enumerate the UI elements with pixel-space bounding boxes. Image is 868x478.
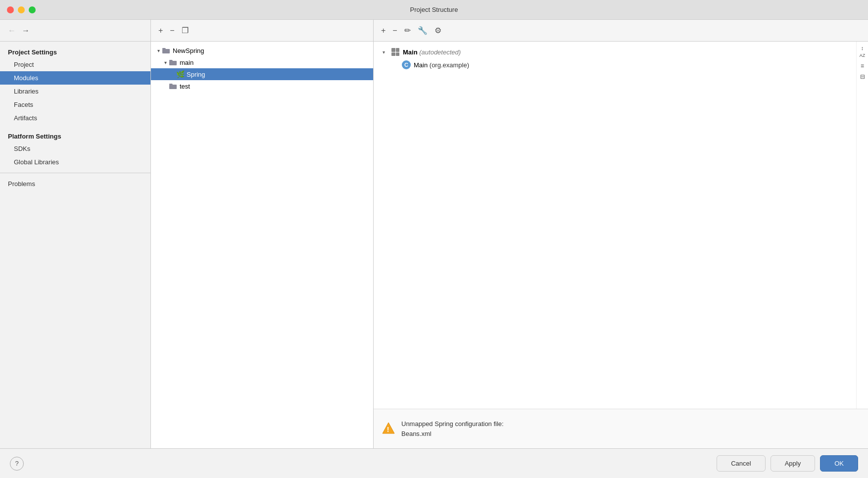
sidebar-item-libraries[interactable]: Libraries (0, 85, 150, 98)
tree-arrow (393, 62, 400, 68)
middle-toolbar: + − ❐ (151, 20, 373, 42)
apply-button[interactable]: Apply (771, 455, 816, 472)
minimize-button[interactable] (18, 6, 25, 13)
wrench-button[interactable]: 🔧 (415, 24, 430, 37)
sidebar-item-artifacts[interactable]: Artifacts (0, 111, 150, 125)
sidebar-items: Project Settings Project Modules Librari… (0, 42, 150, 448)
tree-item-newspring[interactable]: ▾ NewSpring (151, 45, 373, 56)
edit-source-button[interactable]: ✏ (402, 24, 413, 37)
cog-button[interactable]: ⚙ (432, 24, 444, 37)
scroll-center-icon: ≡ (861, 62, 864, 69)
window-controls (7, 6, 36, 13)
tree-arrow: ▾ (162, 59, 169, 66)
cancel-button[interactable]: Cancel (717, 455, 765, 472)
sort-az-button[interactable]: ↕AZ (859, 44, 867, 59)
cog-icon: ⚙ (434, 26, 441, 35)
add-source-button[interactable]: + (379, 24, 388, 37)
project-settings-header: Project Settings (0, 46, 150, 58)
add-icon: + (158, 26, 163, 35)
middle-panel: + − ❐ ▾ NewSpring (151, 20, 374, 448)
svg-rect-2 (169, 85, 177, 89)
sidebar-item-modules[interactable]: Modules (0, 71, 150, 85)
tree-item-main[interactable]: ▾ main (151, 56, 373, 68)
source-tree-item-main-package[interactable]: C Main (org.example) (380, 58, 862, 71)
maximize-button[interactable] (29, 6, 36, 13)
tree-item-spring[interactable]: 🌿 Spring (151, 68, 373, 80)
right-panel: + − ✏ 🔧 ⚙ ▾ (374, 20, 868, 448)
sidebar-item-label: SDKs (14, 145, 30, 152)
forward-icon: → (22, 26, 30, 35)
add-module-button[interactable]: + (156, 24, 165, 37)
tree-item-label: test (180, 83, 190, 90)
tree-item-label: main (180, 59, 193, 66)
tree-arrow (169, 71, 176, 78)
sidebar-item-label: Global Libraries (14, 158, 59, 166)
remove-icon: − (392, 26, 397, 35)
tree-item-label: Spring (187, 71, 205, 78)
right-scroll-controls: ↕AZ ≡ ⊟ (856, 42, 868, 409)
sort-az-icon: ↕AZ (860, 45, 866, 58)
warning-bar: ! Unmapped Spring configuration file: Be… (374, 409, 868, 448)
sidebar-nav: ← → (0, 20, 150, 42)
folder-icon (169, 82, 178, 91)
tree-arrow: ▾ (383, 49, 389, 55)
ok-button[interactable]: OK (820, 455, 858, 472)
sidebar-item-project[interactable]: Project (0, 58, 150, 71)
bottom-bar: ? Cancel Apply OK (0, 448, 868, 478)
copy-icon: ❐ (182, 26, 189, 35)
folder-icon (162, 46, 171, 55)
sidebar-item-label: Modules (14, 74, 38, 82)
svg-text:!: ! (387, 426, 389, 433)
source-item-label: Main (414, 61, 428, 69)
close-button[interactable] (7, 6, 14, 13)
scroll-end-icon: ⊟ (860, 73, 865, 80)
platform-settings-header: Platform Settings (0, 130, 150, 142)
folder-icon (169, 58, 178, 67)
sidebar: ← → Project Settings Project Modules Lib… (0, 20, 151, 448)
tree-arrow: ▾ (155, 47, 162, 54)
source-item-package: (org.example) (430, 61, 469, 69)
right-toolbar: + − ✏ 🔧 ⚙ (374, 20, 868, 42)
warning-line2: Beans.xml (401, 429, 504, 439)
help-button[interactable]: ? (10, 457, 24, 471)
titlebar: Project Structure (0, 0, 868, 20)
sidebar-item-label: Artifacts (14, 114, 37, 122)
main-content: ← → Project Settings Project Modules Lib… (0, 20, 868, 448)
warning-line1: Unmapped Spring configuration file: (401, 419, 504, 429)
apply-label: Apply (785, 460, 801, 467)
source-tree-item-main-root[interactable]: ▾ Main (autodetected) (380, 46, 862, 58)
cancel-label: Cancel (731, 460, 751, 467)
tree-item-label: NewSpring (173, 47, 204, 54)
sidebar-item-global-libraries[interactable]: Global Libraries (0, 155, 150, 169)
action-buttons: Cancel Apply OK (717, 455, 858, 472)
source-item-secondary: (autodetected) (419, 48, 461, 56)
add-icon: + (381, 26, 386, 35)
sidebar-item-problems[interactable]: Problems (0, 177, 150, 191)
svg-rect-0 (162, 49, 170, 53)
source-c-icon: C (401, 60, 411, 70)
sidebar-item-sdks[interactable]: SDKs (0, 142, 150, 155)
sidebar-problems-label: Problems (8, 180, 35, 188)
scroll-center-button[interactable]: ≡ (860, 61, 865, 70)
wrench-icon: 🔧 (418, 26, 428, 35)
forward-button[interactable]: → (20, 24, 32, 37)
back-button[interactable]: ← (6, 24, 18, 37)
back-icon: ← (8, 26, 16, 35)
svg-rect-1 (169, 61, 177, 65)
scroll-end-button[interactable]: ⊟ (859, 72, 866, 81)
sidebar-item-label: Facets (14, 101, 33, 108)
module-tree: ▾ NewSpring ▾ main (151, 42, 373, 448)
sidebar-item-facets[interactable]: Facets (0, 98, 150, 111)
window-title: Project Structure (410, 6, 458, 13)
remove-icon: − (170, 26, 174, 35)
tree-item-test[interactable]: test (151, 80, 373, 92)
sidebar-divider (0, 173, 150, 173)
help-icon: ? (15, 460, 18, 467)
sidebar-item-label: Project (14, 61, 34, 68)
remove-module-button[interactable]: − (167, 24, 177, 37)
ok-label: OK (834, 460, 844, 467)
warning-icon: ! (382, 421, 395, 436)
remove-source-button[interactable]: − (390, 24, 399, 37)
warning-text: Unmapped Spring configuration file: Bean… (401, 419, 504, 438)
copy-module-button[interactable]: ❐ (179, 24, 191, 37)
